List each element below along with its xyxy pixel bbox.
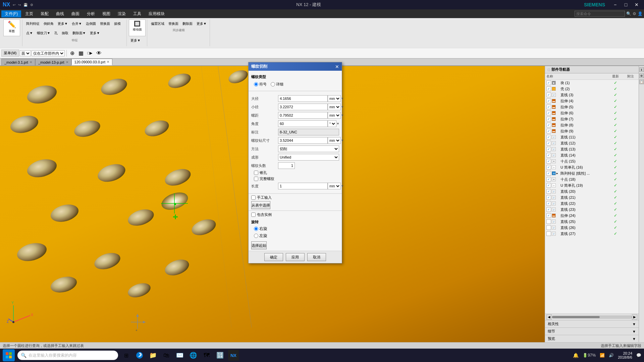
menu-curve[interactable]: 曲线 xyxy=(53,10,67,17)
angle-unit[interactable]: ° xyxy=(328,120,336,127)
nav-scroll-bar[interactable]: ◀ ▶ xyxy=(545,313,639,320)
nav-item[interactable]: ✓ / 直线 (12) ✓ xyxy=(545,140,639,146)
manual-input-checkbox[interactable] xyxy=(251,195,256,200)
nav-item-check[interactable]: ✓ xyxy=(546,177,551,182)
array-feature-btn[interactable]: 阵列特征 xyxy=(24,19,41,28)
maximize-button[interactable]: □ xyxy=(621,1,631,8)
nav-item[interactable]: ✓ / 直线 (11) ✓ xyxy=(545,134,639,140)
nav-item-check[interactable]: ✓ xyxy=(546,99,551,103)
rpanel-btn-3[interactable]: 📋 xyxy=(639,79,644,84)
undo-icon[interactable]: ↩ xyxy=(13,3,15,7)
draft-btn[interactable]: 拔模 xyxy=(112,19,122,28)
view3d-btn[interactable]: 👁 xyxy=(95,49,103,58)
move-face-btn[interactable]: 🔲 移动面 xyxy=(129,19,146,36)
inner-dia-unit[interactable]: mm xyxy=(328,104,341,110)
select-start-button[interactable]: 选择起始 xyxy=(251,241,267,249)
taskbar-search-box[interactable]: 🔍 在这里输入你要搜索的内容 xyxy=(17,351,118,360)
scroll-right-btn[interactable]: ▶ xyxy=(632,314,637,320)
settings-icon[interactable]: ⚙ xyxy=(633,11,636,16)
calc-icon[interactable]: 🔢 xyxy=(215,350,225,361)
pitch-input[interactable] xyxy=(278,112,328,119)
nav-item[interactable]: ✓ ▬ 拉伸 (24) ✓ xyxy=(545,213,639,219)
groove-btn[interactable]: 螺纹刀▼ xyxy=(35,29,52,38)
tab-close-1[interactable]: ✕ xyxy=(30,60,32,64)
nx-taskbar-icon[interactable]: NX xyxy=(228,350,239,361)
scroll-left-btn[interactable]: ◀ xyxy=(546,314,552,320)
nav-section-detail[interactable]: 细节 ▼ xyxy=(545,327,639,335)
nav-item-check[interactable] xyxy=(546,231,551,236)
filter-select-1[interactable]: 面 xyxy=(20,50,31,56)
nav-item-check[interactable]: ✓ xyxy=(546,117,551,121)
nav-item[interactable]: ✓ / 直线 (21) ✓ xyxy=(545,194,639,200)
note-input[interactable] xyxy=(278,129,339,135)
mail-icon[interactable]: ✉️ xyxy=(174,350,185,361)
more2-btn[interactable]: 更多▼ xyxy=(88,29,102,38)
nav-item-check[interactable]: ✓ xyxy=(546,141,551,145)
nav-item-check[interactable]: ✓ xyxy=(546,93,551,97)
maps-icon[interactable]: 🗺 xyxy=(201,350,212,361)
sketch-button[interactable]: ✏️ 草图 xyxy=(3,19,20,36)
nav-item[interactable]: / 直线 (26) ✓ xyxy=(545,225,639,231)
length-input[interactable] xyxy=(278,183,328,189)
nav-item[interactable]: / 直线 (25) ✓ xyxy=(545,219,639,225)
select-from-table-button[interactable]: 从表中选择 xyxy=(251,201,270,209)
nav-item[interactable]: / 直线 (27) ✓ xyxy=(545,231,639,237)
inner-dia-input[interactable] xyxy=(278,104,328,110)
delete-face-btn[interactable]: 删除面 xyxy=(181,19,194,28)
menu-assembly[interactable]: 装配 xyxy=(37,10,52,17)
menu-surface[interactable]: 曲面 xyxy=(68,10,83,17)
radio-symbol-input[interactable] xyxy=(254,82,258,86)
complete-thread-checkbox[interactable] xyxy=(254,177,258,181)
window-sel-btn[interactable]: □▶ xyxy=(86,49,94,58)
nav-item[interactable]: ✓ ◻ 壳 (2) ✓ xyxy=(545,86,639,92)
outer-dia-input[interactable] xyxy=(278,95,328,102)
drill-size-unit[interactable]: mm xyxy=(328,137,341,144)
angle-input[interactable] xyxy=(278,120,328,127)
nav-item[interactable]: ✓ / 直线 (14) ✓ xyxy=(545,152,639,158)
chamfer-btn[interactable]: 倒斜角 xyxy=(42,19,55,28)
radio-right-input[interactable] xyxy=(254,227,258,231)
menu-home[interactable]: 主页 xyxy=(22,10,37,17)
nav-item-check[interactable]: ✓ xyxy=(546,183,551,188)
delete-btn[interactable]: 删除面▼ xyxy=(71,29,88,38)
nav-item[interactable]: ✓ ▬ 拉伸 (7) ✓ xyxy=(545,116,639,122)
nav-item-check[interactable]: ✓ xyxy=(546,153,551,158)
taskbar-clock[interactable]: 20:24 2018/8/6 xyxy=(618,351,632,359)
dialog-close-button[interactable]: ✕ xyxy=(335,64,339,69)
nav-item-check[interactable]: ✓ xyxy=(546,105,551,109)
nav-item-check[interactable]: ✓ xyxy=(546,129,551,133)
cancel-button[interactable]: 取消 xyxy=(307,253,326,261)
nav-item-check[interactable]: ✓ xyxy=(546,111,551,115)
more-move-btn[interactable]: 更多▼ xyxy=(129,36,146,45)
rpanel-btn-1[interactable]: ℹ xyxy=(639,67,644,72)
nav-item[interactable]: ✓ ▬ 拉伸 (4) ✓ xyxy=(545,98,639,104)
menu-view[interactable]: 视图 xyxy=(99,10,114,17)
replace-face-btn[interactable]: 替换面 xyxy=(167,19,180,28)
tab-120[interactable]: 120.09000.03.0.prt ✕ xyxy=(71,59,112,65)
radio-left-input[interactable] xyxy=(254,234,258,238)
tab-model-3[interactable]: _model-3.1.prt ✕ xyxy=(1,59,35,65)
nav-item[interactable]: ✓ ○ U 简单孔 (16) ✓ xyxy=(545,164,639,170)
nav-item[interactable]: ✓ ▬ 拉伸 (6) ✓ xyxy=(545,110,639,116)
nav-item-check[interactable]: ✓ xyxy=(546,195,551,200)
include-instance-checkbox[interactable] xyxy=(251,213,256,217)
command-search[interactable] xyxy=(575,11,625,17)
merge-btn[interactable]: 合并▼ xyxy=(70,19,84,28)
save-icon[interactable]: 💾 xyxy=(23,3,28,7)
browser2-icon[interactable]: 🌐 xyxy=(188,350,199,361)
menu-analysis[interactable]: 分析 xyxy=(84,10,98,17)
more-btn[interactable]: 更多▼ xyxy=(56,19,69,28)
user-icon[interactable]: 👤 xyxy=(638,11,643,16)
tab-close-3[interactable]: ✕ xyxy=(107,60,109,64)
filter-menu[interactable]: 菜单(M) xyxy=(1,50,19,57)
nav-item[interactable]: ✓ ■ 块 (1) ✓ xyxy=(545,80,639,86)
rpanel-btn-2[interactable]: ⚙ xyxy=(639,73,644,78)
ok-button[interactable]: 确定 xyxy=(264,253,283,261)
nav-item-check[interactable]: ✓ xyxy=(546,213,551,218)
nav-item-check[interactable]: ✓ xyxy=(546,123,551,127)
forming-select[interactable]: Unified xyxy=(278,154,339,161)
nav-item-check[interactable]: ✓ xyxy=(546,147,551,152)
nav-item-check[interactable]: ✓ xyxy=(546,207,551,212)
offset-region-btn[interactable]: 偏置区域 xyxy=(149,19,166,28)
nav-item-check[interactable]: ✓ xyxy=(546,165,551,170)
